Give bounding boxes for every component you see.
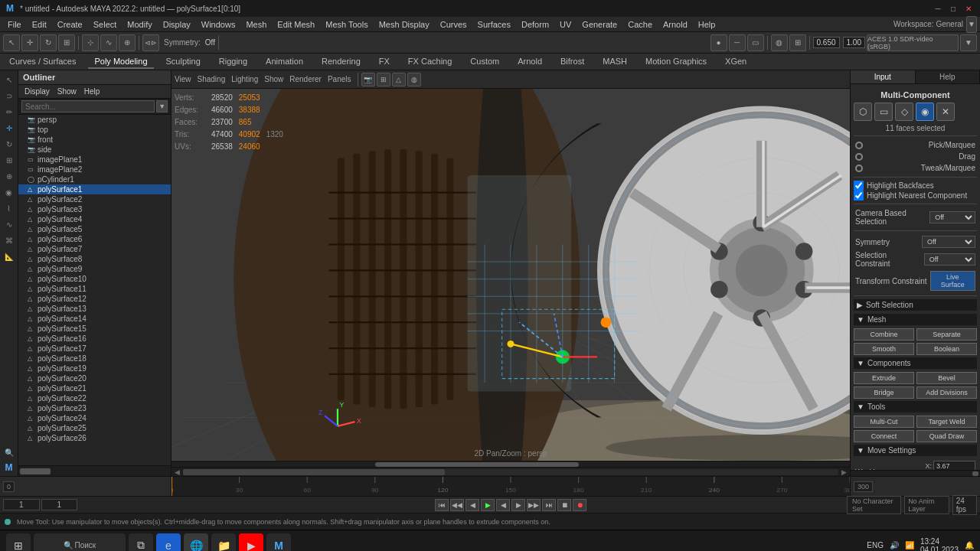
vp-shading-menu[interactable]: Shading — [198, 75, 226, 83]
tree-item-polysurface25[interactable]: △polySurface25 — [18, 423, 171, 433]
vp-lighting-menu[interactable]: Lighting — [231, 75, 258, 83]
tree-item-polysurface9[interactable]: △polySurface9 — [18, 264, 171, 274]
tree-item-polysurface19[interactable]: △polySurface19 — [18, 364, 171, 373]
next-key-btn[interactable]: ▶▶ — [527, 499, 541, 511]
outliner-help-menu[interactable]: Help — [81, 86, 103, 96]
minimize-button[interactable]: ─ — [933, 3, 943, 14]
volume-icon[interactable]: 🔊 — [890, 541, 899, 549]
tree-item-polysurface15[interactable]: △polySurface15 — [18, 324, 171, 334]
x-value-input[interactable] — [933, 461, 975, 470]
tools-section-header[interactable]: ▼ Tools — [854, 401, 977, 412]
target-weld-button[interactable]: Target Weld — [916, 416, 977, 428]
tree-item-polysurface17[interactable]: △polySurface17 — [18, 344, 171, 354]
maximize-button[interactable]: □ — [948, 3, 959, 14]
curve-icon[interactable]: ∿ — [2, 217, 17, 232]
maya-taskbar-btn[interactable]: M — [266, 533, 291, 552]
workspace-dropdown[interactable]: ▼ — [966, 16, 977, 33]
menu-generate[interactable]: Generate — [577, 18, 622, 31]
close-button[interactable]: ✕ — [963, 3, 974, 14]
menu-display[interactable]: Display — [158, 18, 195, 31]
module-poly-modeling[interactable]: Poly Modeling — [88, 55, 153, 69]
outliner-search-input[interactable] — [21, 100, 155, 112]
tree-item-polysurface8[interactable]: △polySurface8 — [18, 254, 171, 264]
go-end-btn[interactable]: ⏭ — [542, 499, 556, 511]
tree-item-polysurface14[interactable]: △polySurface14 — [18, 314, 171, 324]
vp-wireframe-btn[interactable]: △ — [392, 73, 406, 86]
go-start-btn[interactable]: ⏮ — [435, 499, 449, 511]
select-tool-btn[interactable]: ↖ — [3, 34, 20, 51]
tree-item-persp[interactable]: 📷 persp — [18, 115, 171, 125]
show-manip-icon[interactable]: ⊕ — [2, 168, 17, 184]
tree-item-polysurface22[interactable]: △polySurface22 — [18, 393, 171, 403]
symmetry-btn[interactable]: ⊲⊳ — [142, 34, 159, 51]
tree-item-polysurface4[interactable]: △polySurface4 — [18, 214, 171, 224]
menu-arnold[interactable]: Arnold — [658, 18, 692, 31]
menu-mesh-display[interactable]: Mesh Display — [374, 18, 434, 31]
prev-frame-btn[interactable]: ◀ — [466, 499, 479, 511]
components-section-header[interactable]: ▼ Components — [854, 357, 977, 369]
tree-item-polysurface6[interactable]: △polySurface6 — [18, 234, 171, 244]
module-mash[interactable]: MASH — [596, 55, 633, 69]
rotate-tool-btn[interactable]: ↻ — [40, 34, 57, 51]
tree-item-polysurface7[interactable]: △polySurface7 — [18, 244, 171, 254]
fps-display[interactable]: 24 fps — [952, 495, 977, 515]
rpanel-input-tab[interactable]: Input — [851, 70, 916, 83]
menu-windows[interactable]: Windows — [197, 18, 240, 31]
mesh-section-header[interactable]: ▼ Mesh — [854, 314, 977, 325]
tree-item-polysurface12[interactable]: △polySurface12 — [18, 294, 171, 304]
module-fx[interactable]: FX — [373, 55, 396, 69]
menu-deform[interactable]: Deform — [517, 18, 554, 31]
tree-item-polysurface1[interactable]: △ polySurface1 — [18, 184, 171, 194]
record-btn[interactable]: ⏺ — [573, 499, 586, 511]
window-controls[interactable]: ─ □ ✕ — [933, 3, 974, 14]
vp-renderer-menu[interactable]: Renderer — [289, 75, 322, 83]
module-rendering[interactable]: Rendering — [315, 55, 367, 69]
tree-item-front[interactable]: 📷 front — [18, 135, 171, 145]
tree-item-top[interactable]: 📷 top — [18, 125, 171, 135]
taskview-btn[interactable]: ⧉ — [129, 533, 153, 552]
range-start-display[interactable]: 1 — [41, 499, 78, 510]
tree-item-imageplane1[interactable]: ▭ imagePlane1 — [18, 155, 171, 165]
timeline-mini-thumb[interactable] — [183, 469, 445, 475]
extrude-button[interactable]: Extrude — [854, 372, 914, 384]
scale-tool-btn[interactable]: ⊞ — [58, 34, 75, 51]
highlight-nearest-checkbox[interactable] — [854, 191, 864, 201]
soft-select-icon[interactable]: ◉ — [2, 184, 17, 200]
viewport-3d-content[interactable]: X Y Z Verts: 28520 25053 Edges: 46600 38 — [172, 89, 850, 461]
tree-item-polysurface26[interactable]: △polySurface26 — [18, 433, 171, 443]
right-arrow-icon[interactable]: ▶ — [841, 468, 847, 476]
shape-icon-cube[interactable]: ⬡ — [854, 103, 872, 121]
snap-point-btn[interactable]: ⊕ — [119, 34, 136, 51]
snap-grid-btn[interactable]: ⊹ — [82, 34, 99, 51]
menu-curves[interactable]: Curves — [436, 18, 472, 31]
wireframe-btn[interactable]: ⊞ — [789, 34, 806, 51]
outliner-scroll[interactable] — [18, 465, 171, 476]
shape-icon-x[interactable]: ✕ — [936, 103, 955, 121]
chrome-btn[interactable]: 🌐 — [184, 533, 208, 552]
menu-select[interactable]: Select — [89, 18, 122, 31]
edge-select-btn[interactable]: ─ — [729, 34, 746, 51]
tree-item-imageplane2[interactable]: ▭ imagePlane2 — [18, 165, 171, 174]
tree-item-polysurface13[interactable]: △polySurface13 — [18, 304, 171, 314]
start-button[interactable]: ⊞ — [6, 533, 31, 552]
prev-key-btn[interactable]: ◀◀ — [450, 499, 464, 511]
menu-help[interactable]: Help — [694, 18, 720, 31]
tree-item-polysurface11[interactable]: △polySurface11 — [18, 284, 171, 294]
module-xgen[interactable]: XGen — [719, 55, 753, 69]
vp-smooth-btn[interactable]: ◍ — [407, 73, 421, 86]
outliner-show-menu[interactable]: Show — [54, 86, 80, 96]
tree-item-polysurface24[interactable]: △polySurface24 — [18, 413, 171, 423]
file-explorer-btn[interactable]: 📁 — [211, 533, 236, 552]
vp-panels-menu[interactable]: Panels — [328, 75, 351, 83]
symmetry-dropdown[interactable]: OffOn — [922, 236, 975, 248]
multi-cut-button[interactable]: Multi-Cut — [854, 416, 914, 428]
rpanel-scroll[interactable] — [851, 470, 980, 476]
play-back-btn[interactable]: ◀ — [496, 499, 510, 511]
smooth-button[interactable]: Smooth — [854, 343, 914, 355]
playback-end[interactable]: 300 — [854, 481, 873, 492]
color-dropdown-btn[interactable]: ▼ — [960, 34, 977, 51]
edge-browser-btn[interactable]: e — [156, 533, 181, 552]
menu-edit[interactable]: Edit — [28, 18, 51, 31]
vert-select-btn[interactable]: ● — [710, 34, 727, 51]
module-fx-caching[interactable]: FX Caching — [402, 55, 458, 69]
